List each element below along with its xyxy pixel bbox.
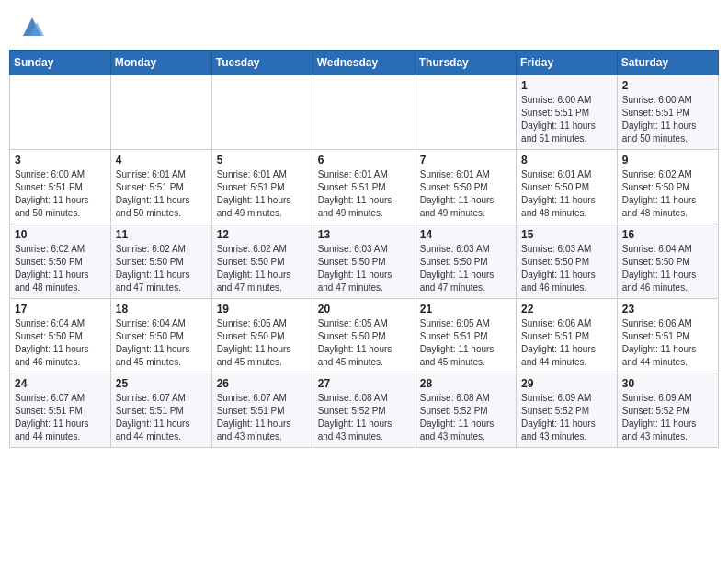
calendar-cell: 18Sunrise: 6:04 AM Sunset: 5:50 PM Dayli… <box>110 299 211 373</box>
weekday-header-wednesday: Wednesday <box>313 51 415 75</box>
day-info: Sunrise: 6:01 AM Sunset: 5:51 PM Dayligh… <box>116 168 207 220</box>
day-number: 21 <box>420 303 511 316</box>
day-number: 2 <box>622 79 713 92</box>
day-number: 29 <box>521 377 612 390</box>
day-number: 11 <box>116 228 207 241</box>
day-number: 3 <box>15 154 106 167</box>
day-number: 24 <box>15 377 106 390</box>
day-number: 27 <box>318 377 410 390</box>
day-number: 7 <box>420 154 511 167</box>
day-number: 4 <box>116 154 207 167</box>
logo-icon <box>18 13 46 40</box>
day-info: Sunrise: 6:00 AM Sunset: 5:51 PM Dayligh… <box>622 94 713 145</box>
day-info: Sunrise: 6:07 AM Sunset: 5:51 PM Dayligh… <box>15 392 106 443</box>
week-row-3: 10Sunrise: 6:02 AM Sunset: 5:50 PM Dayli… <box>10 224 719 299</box>
day-info: Sunrise: 6:05 AM Sunset: 5:50 PM Dayligh… <box>217 317 308 369</box>
day-number: 18 <box>116 303 207 316</box>
calendar-cell: 16Sunrise: 6:04 AM Sunset: 5:50 PM Dayli… <box>617 224 718 299</box>
calendar-cell: 28Sunrise: 6:08 AM Sunset: 5:52 PM Dayli… <box>415 373 516 448</box>
calendar-cell: 23Sunrise: 6:06 AM Sunset: 5:51 PM Dayli… <box>617 299 718 373</box>
day-number: 25 <box>116 377 207 390</box>
calendar-cell: 21Sunrise: 6:05 AM Sunset: 5:51 PM Dayli… <box>415 299 516 373</box>
day-info: Sunrise: 6:01 AM Sunset: 5:51 PM Dayligh… <box>217 168 308 220</box>
day-number: 17 <box>15 303 106 316</box>
calendar-cell: 30Sunrise: 6:09 AM Sunset: 5:52 PM Dayli… <box>617 373 718 448</box>
day-info: Sunrise: 6:00 AM Sunset: 5:51 PM Dayligh… <box>521 94 612 145</box>
calendar-cell: 20Sunrise: 6:05 AM Sunset: 5:50 PM Dayli… <box>313 299 415 373</box>
calendar-cell: 3Sunrise: 6:00 AM Sunset: 5:51 PM Daylig… <box>10 150 111 224</box>
calendar-cell <box>415 75 516 150</box>
day-number: 19 <box>217 303 308 316</box>
day-info: Sunrise: 6:04 AM Sunset: 5:50 PM Dayligh… <box>116 317 207 369</box>
week-row-2: 3Sunrise: 6:00 AM Sunset: 5:51 PM Daylig… <box>10 150 719 224</box>
calendar-cell: 15Sunrise: 6:03 AM Sunset: 5:50 PM Dayli… <box>517 224 618 299</box>
day-info: Sunrise: 6:05 AM Sunset: 5:51 PM Dayligh… <box>420 317 511 369</box>
calendar-cell: 24Sunrise: 6:07 AM Sunset: 5:51 PM Dayli… <box>10 373 111 448</box>
weekday-header-monday: Monday <box>110 51 211 75</box>
weekday-header-friday: Friday <box>517 51 618 75</box>
day-number: 8 <box>521 154 612 167</box>
day-number: 26 <box>217 377 308 390</box>
weekday-header-saturday: Saturday <box>617 51 718 75</box>
day-info: Sunrise: 6:06 AM Sunset: 5:51 PM Dayligh… <box>622 317 713 369</box>
day-info: Sunrise: 6:02 AM Sunset: 5:50 PM Dayligh… <box>622 168 713 220</box>
day-number: 12 <box>217 228 308 241</box>
day-number: 10 <box>15 228 106 241</box>
weekday-header-row: SundayMondayTuesdayWednesdayThursdayFrid… <box>10 51 719 75</box>
weekday-header-tuesday: Tuesday <box>211 51 313 75</box>
day-number: 30 <box>622 377 713 390</box>
calendar-cell: 26Sunrise: 6:07 AM Sunset: 5:51 PM Dayli… <box>211 373 313 448</box>
calendar-cell: 13Sunrise: 6:03 AM Sunset: 5:50 PM Dayli… <box>313 224 415 299</box>
calendar-cell: 25Sunrise: 6:07 AM Sunset: 5:51 PM Dayli… <box>110 373 211 448</box>
calendar-cell: 12Sunrise: 6:02 AM Sunset: 5:50 PM Dayli… <box>211 224 313 299</box>
calendar-cell: 9Sunrise: 6:02 AM Sunset: 5:50 PM Daylig… <box>617 150 718 224</box>
day-info: Sunrise: 6:08 AM Sunset: 5:52 PM Dayligh… <box>318 392 410 443</box>
calendar-cell: 4Sunrise: 6:01 AM Sunset: 5:51 PM Daylig… <box>110 150 211 224</box>
calendar-cell: 5Sunrise: 6:01 AM Sunset: 5:51 PM Daylig… <box>211 150 313 224</box>
week-row-4: 17Sunrise: 6:04 AM Sunset: 5:50 PM Dayli… <box>10 299 719 373</box>
logo <box>17 13 46 40</box>
calendar-cell: 19Sunrise: 6:05 AM Sunset: 5:50 PM Dayli… <box>211 299 313 373</box>
day-info: Sunrise: 6:06 AM Sunset: 5:51 PM Dayligh… <box>521 317 612 369</box>
day-info: Sunrise: 6:03 AM Sunset: 5:50 PM Dayligh… <box>318 243 410 294</box>
day-info: Sunrise: 6:03 AM Sunset: 5:50 PM Dayligh… <box>420 243 511 294</box>
day-number: 20 <box>318 303 410 316</box>
day-number: 9 <box>622 154 713 167</box>
calendar-table: SundayMondayTuesdayWednesdayThursdayFrid… <box>9 50 719 448</box>
day-number: 15 <box>521 228 612 241</box>
day-info: Sunrise: 6:04 AM Sunset: 5:50 PM Dayligh… <box>622 243 713 294</box>
calendar-cell: 17Sunrise: 6:04 AM Sunset: 5:50 PM Dayli… <box>10 299 111 373</box>
day-info: Sunrise: 6:00 AM Sunset: 5:51 PM Dayligh… <box>15 168 106 220</box>
calendar-cell: 7Sunrise: 6:01 AM Sunset: 5:50 PM Daylig… <box>415 150 516 224</box>
calendar-cell: 29Sunrise: 6:09 AM Sunset: 5:52 PM Dayli… <box>517 373 618 448</box>
day-number: 14 <box>420 228 511 241</box>
day-info: Sunrise: 6:02 AM Sunset: 5:50 PM Dayligh… <box>116 243 207 294</box>
calendar-cell <box>10 75 111 150</box>
day-number: 16 <box>622 228 713 241</box>
day-info: Sunrise: 6:07 AM Sunset: 5:51 PM Dayligh… <box>116 392 207 443</box>
calendar-cell: 1Sunrise: 6:00 AM Sunset: 5:51 PM Daylig… <box>517 75 618 150</box>
calendar-cell <box>211 75 313 150</box>
day-info: Sunrise: 6:02 AM Sunset: 5:50 PM Dayligh… <box>15 243 106 294</box>
calendar-cell <box>110 75 211 150</box>
day-number: 1 <box>521 79 612 92</box>
calendar-cell: 11Sunrise: 6:02 AM Sunset: 5:50 PM Dayli… <box>110 224 211 299</box>
day-number: 13 <box>318 228 410 241</box>
calendar-cell <box>313 75 415 150</box>
weekday-header-sunday: Sunday <box>10 51 111 75</box>
day-info: Sunrise: 6:08 AM Sunset: 5:52 PM Dayligh… <box>420 392 511 443</box>
week-row-1: 1Sunrise: 6:00 AM Sunset: 5:51 PM Daylig… <box>10 75 719 150</box>
calendar-cell: 27Sunrise: 6:08 AM Sunset: 5:52 PM Dayli… <box>313 373 415 448</box>
day-number: 5 <box>217 154 308 167</box>
day-info: Sunrise: 6:05 AM Sunset: 5:50 PM Dayligh… <box>318 317 410 369</box>
day-info: Sunrise: 6:04 AM Sunset: 5:50 PM Dayligh… <box>15 317 106 369</box>
day-number: 28 <box>420 377 511 390</box>
day-info: Sunrise: 6:01 AM Sunset: 5:51 PM Dayligh… <box>318 168 410 220</box>
calendar-cell: 6Sunrise: 6:01 AM Sunset: 5:51 PM Daylig… <box>313 150 415 224</box>
calendar-cell: 2Sunrise: 6:00 AM Sunset: 5:51 PM Daylig… <box>617 75 718 150</box>
day-info: Sunrise: 6:01 AM Sunset: 5:50 PM Dayligh… <box>420 168 511 220</box>
calendar-cell: 14Sunrise: 6:03 AM Sunset: 5:50 PM Dayli… <box>415 224 516 299</box>
calendar-cell: 8Sunrise: 6:01 AM Sunset: 5:50 PM Daylig… <box>517 150 618 224</box>
day-number: 22 <box>521 303 612 316</box>
day-info: Sunrise: 6:09 AM Sunset: 5:52 PM Dayligh… <box>622 392 713 443</box>
